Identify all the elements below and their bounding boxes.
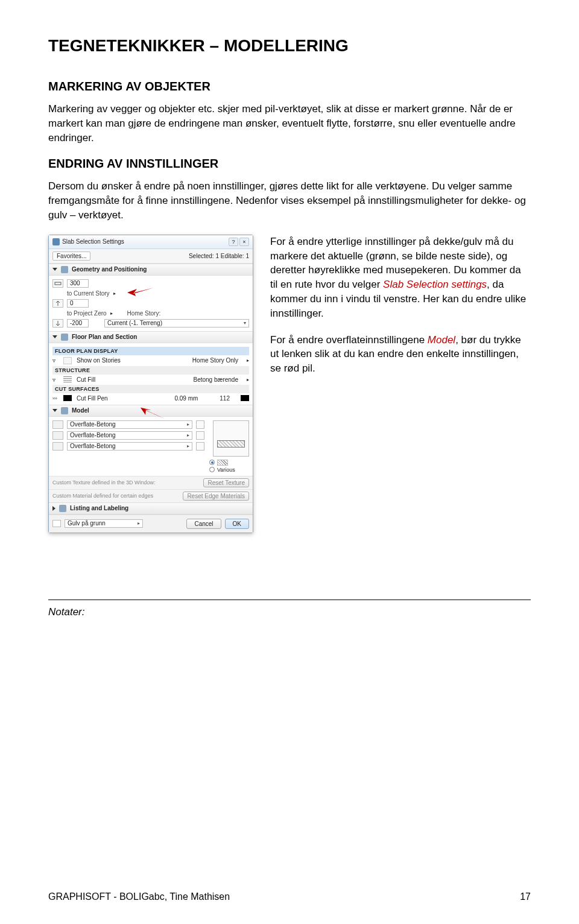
offset-input[interactable]: 0 — [67, 299, 89, 308]
side-surface-dropdown[interactable]: Overflate-Betong▸ — [67, 431, 192, 440]
various-radio[interactable] — [209, 467, 215, 472]
layer-icon[interactable] — [52, 520, 61, 527]
section-model[interactable]: Model — [49, 405, 253, 417]
hatch-preview-icon — [217, 460, 228, 466]
collapse-icon — [52, 409, 57, 412]
offset-icon — [52, 299, 63, 308]
dropdown-icon[interactable]: ▸ — [247, 377, 249, 382]
to-current-story-label: to Current Story — [67, 290, 110, 297]
section-listing-label: Listing and Labeling — [70, 505, 128, 511]
show-on-stories-icon — [63, 357, 72, 364]
floor-plan-display-header: FLOOR PLAN DISPLAY — [52, 347, 249, 355]
chevron-down-icon: ▾ — [244, 320, 246, 327]
cut-fill-pen-number: 112 — [220, 395, 230, 402]
slab-settings-dialog: Slab Selection Settings ? × Favorites...… — [48, 235, 253, 533]
top-surface-value: Overflate-Betong — [70, 421, 116, 428]
various-label: Various — [217, 467, 235, 473]
cut-fill-label: Cut Fill — [77, 376, 95, 383]
show-on-stories-label: Show on Stories — [77, 357, 121, 364]
side-text-1b-emph: Slab Selection settings — [383, 279, 487, 290]
expand-icon[interactable]: ▿ — [52, 376, 59, 383]
close-icon[interactable]: × — [239, 238, 249, 246]
pen-color-swatch-icon[interactable] — [241, 395, 249, 401]
section-floorplan-label: Floor Plan and Section — [72, 334, 137, 340]
layer-dropdown[interactable]: Gulv på grunn ▸ — [65, 519, 143, 528]
help-icon[interactable]: ? — [229, 238, 238, 246]
expand-icon — [52, 506, 55, 511]
dropdown-icon[interactable]: ▸ — [113, 291, 116, 296]
notes-label: Notater: — [48, 606, 531, 618]
model-icon — [61, 407, 68, 414]
dropdown-icon[interactable]: ▸ — [247, 358, 249, 363]
dialog-icon — [52, 238, 60, 245]
reset-texture-button[interactable]: Reset Texture — [203, 478, 249, 487]
link-surfaces-button[interactable] — [196, 420, 204, 429]
thickness-input[interactable]: 300 — [67, 279, 89, 288]
link-surfaces-button[interactable] — [196, 442, 204, 451]
structure-header: STRUCTURE — [52, 366, 249, 375]
bottom-surface-value: Overflate-Betong — [70, 443, 116, 450]
section-heading-markering: MARKERING AV OBJEKTER — [48, 80, 531, 93]
expand-icon[interactable]: ››› — [52, 396, 59, 401]
section-geometry-label: Geometry and Positioning — [72, 266, 147, 273]
side-text-2b-emph: Model — [428, 334, 455, 346]
section-floorplan[interactable]: Floor Plan and Section — [49, 331, 253, 343]
dropdown-icon[interactable]: ▸ — [110, 311, 113, 316]
paragraph-markering: Markering av vegger og objekter etc. skj… — [48, 102, 531, 145]
footer-credit: GRAPHISOFT - BOLIGabc, Tine Mathisen — [48, 891, 230, 902]
page-title: TEGNETEKNIKKER – MODELLERING — [48, 36, 531, 55]
section-heading-endring: ENDRING AV INNSTILLINGER — [48, 157, 531, 171]
side-paragraph-2: For å endre overflateinnstillingene Mode… — [270, 333, 531, 376]
dialog-title: Slab Selection Settings — [62, 238, 124, 245]
cancel-button[interactable]: Cancel — [186, 519, 221, 529]
svg-rect-0 — [55, 282, 61, 285]
listing-icon — [59, 505, 66, 512]
ok-button[interactable]: OK — [225, 519, 249, 529]
show-on-stories-value[interactable]: Home Story Only — [192, 357, 238, 364]
chevron-down-icon: ▸ — [138, 520, 140, 527]
paragraph-endring: Dersom du ønsker å endre på noen innstil… — [48, 179, 531, 222]
cut-surfaces-header: CUT SURFACES — [52, 385, 249, 393]
top-surface-dropdown[interactable]: Overflate-Betong▸ — [67, 420, 192, 429]
home-story-dropdown[interactable]: Current (-1. Terreng) ▾ — [104, 319, 249, 328]
chevron-down-icon: ▸ — [187, 432, 189, 439]
side-text-2a: For å endre overflateinnstillingene — [270, 334, 428, 346]
section-listing[interactable]: Listing and Labeling — [49, 502, 253, 514]
selected-status: Selected: 1 Editable: 1 — [189, 253, 249, 259]
custom-material-label: Custom Material defined for certain edge… — [52, 493, 153, 499]
custom-texture-label: Custom Texture defined in the 3D Window: — [52, 479, 155, 486]
chevron-down-icon: ▸ — [187, 421, 189, 428]
favorites-button[interactable]: Favorites... — [52, 252, 90, 261]
divider — [48, 600, 531, 600]
to-project-zero-label: to Project Zero — [67, 310, 107, 317]
layer-value: Gulv på grunn — [68, 520, 106, 527]
expand-icon[interactable]: ▿ — [52, 357, 59, 364]
collapse-icon — [52, 335, 57, 338]
cut-fill-pen-label: Cut Fill Pen — [77, 395, 108, 402]
hatch-radio[interactable] — [209, 460, 215, 465]
cut-fill-swatch-icon — [63, 376, 72, 382]
cut-fill-value[interactable]: Betong bærende — [193, 376, 238, 383]
bottom-surface-dropdown[interactable]: Overflate-Betong▸ — [67, 442, 192, 451]
floorplan-icon — [61, 334, 68, 341]
geometry-icon — [61, 266, 68, 273]
bottom-surface-icon — [52, 442, 63, 451]
top-surface-icon — [52, 420, 63, 429]
home-story-value: Current (-1. Terreng) — [107, 320, 162, 327]
side-surface-value: Overflate-Betong — [70, 432, 116, 439]
page-number: 17 — [520, 891, 531, 902]
side-paragraph-1: For å endre ytterlige innstillinger på d… — [270, 235, 531, 321]
section-model-label: Model — [72, 407, 89, 414]
slab-preview-icon — [213, 420, 249, 457]
cut-fill-pen-swatch-icon — [63, 395, 72, 401]
side-surface-icon — [52, 431, 63, 440]
link-surfaces-button[interactable] — [196, 431, 204, 440]
cut-fill-pen-width: 0.09 mm — [174, 395, 198, 402]
home-story-label: Home Story: — [127, 310, 161, 317]
chevron-down-icon: ▸ — [187, 443, 189, 450]
elevation-input[interactable]: -200 — [67, 319, 89, 328]
reset-edge-materials-button[interactable]: Reset Edge Materials — [183, 492, 249, 501]
section-geometry[interactable]: Geometry and Positioning — [49, 264, 253, 276]
collapse-icon — [52, 268, 57, 271]
thickness-icon — [52, 279, 63, 288]
